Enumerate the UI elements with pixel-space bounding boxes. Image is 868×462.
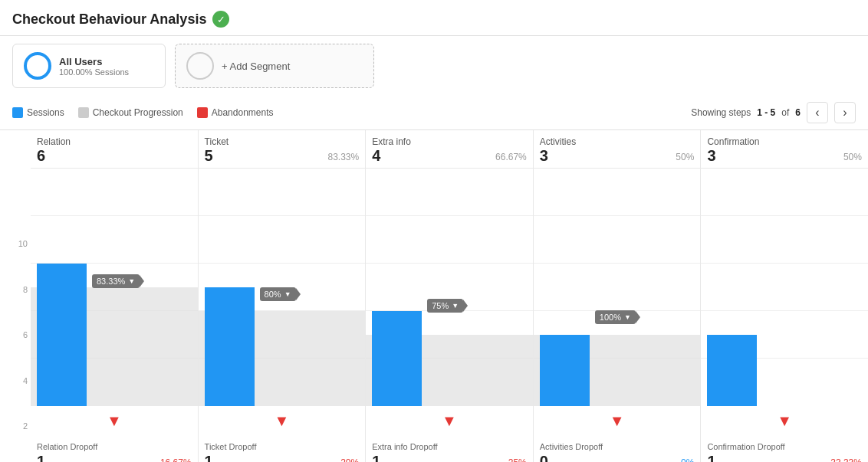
segment-sub: 100.00% Sessions [59,67,129,77]
verified-icon: ✓ [212,11,229,28]
sessions-color-box [12,107,23,118]
col-relation-chart: 83.33% ▼ [31,169,198,406]
prev-page-button[interactable]: ‹ [807,102,828,123]
legend-checkout-progression: Checkout Progression [78,107,183,118]
legend-abandonments-label: Abandonments [212,107,274,118]
dropoff-label-confirmation: Confirmation Dropoff [707,442,862,451]
col-confirmation-header: Confirmation 3 50% [701,130,868,169]
grid-line-c4 [701,310,868,311]
grid-line-c8 [701,215,868,216]
dropoff-arrow-confirmation: ▼ [701,406,868,436]
arrow-label-extra[interactable]: 75% ▼ [427,299,463,313]
col-activities-name: Activities [540,136,695,147]
checkout-progression-color-box [78,107,89,118]
showing-total: 6 [795,107,801,118]
dropoff-arrow-extra: ▼ [366,406,533,436]
col-ticket-pct: 83.33% [327,152,359,162]
next-page-button[interactable]: › [834,102,856,123]
segment-info: All Users 100.00% Sessions [59,56,129,77]
grid-line-8 [31,215,198,216]
chart-area: 0 2 4 6 8 10 Relation 6 [0,130,868,462]
col-ticket-name: Ticket [205,136,360,147]
showing-of: of [781,107,789,118]
arrow-label-ticket[interactable]: 80% ▼ [260,287,296,301]
dropoff-value-relation: 1 [37,453,45,462]
showing-range: 1 - 5 [757,107,775,118]
dropoff-label-extra: Extra info Dropoff [372,442,527,451]
dropoff-label-activities: Activities Dropoff [540,442,695,451]
legend-abandonments: Abandonments [197,107,274,118]
dropoff-pct-activities: 0% [681,457,694,462]
dropoff-pct-relation: 16.67% [160,457,192,462]
all-users-segment[interactable]: All Users 100.00% Sessions [12,44,166,88]
showing-steps: Showing steps 1 - 5 of 6 ‹ › [691,102,856,123]
col-relation-header: Relation 6 [31,130,198,169]
col-confirmation: Confirmation 3 50% ▼ [701,130,868,462]
col-extra-info-name: Extra info [372,136,527,147]
dropoff-col-extra: Extra info Dropoff 1 25% [366,436,533,462]
legend-checkout-progression-label: Checkout Progression [93,107,183,118]
add-segment-button[interactable]: + Add Segment [175,44,374,88]
arrow-label-relation[interactable]: 83.33% ▼ [92,274,140,288]
dropoff-value-activities: 0 [540,453,548,462]
y-labels: 0 2 4 6 8 10 [6,239,28,462]
arrow-pct-relation: 83.33% [97,277,125,286]
col-activities: Activities 3 50% [534,130,702,462]
dropoff-value-confirmation: 1 [707,453,715,462]
dropoff-col-activities: Activities Dropoff 0 0% [534,436,701,462]
arrow-dropdown-relation: ▼ [128,277,135,285]
y-label-6: 6 [6,330,28,339]
bar-blue-ticket [205,287,255,406]
dropoff-value-ticket: 1 [205,453,213,462]
grid-line-t6 [199,263,366,264]
showing-label: Showing steps [691,107,751,118]
add-segment-circle-icon [186,52,214,80]
dropoff-label-relation: Relation Dropoff [37,442,192,451]
col-confirmation-pct: 50% [843,152,862,162]
bar-blue-relation [37,264,87,406]
dropoff-arrow-activities: ▼ [534,406,701,436]
col-relation: Relation 6 [31,130,199,462]
dropoff-pct-ticket: 20% [340,457,359,462]
col-extra-info-chart: 75% ▼ [366,169,533,406]
segment-name: All Users [59,56,129,67]
grid-line-c6 [701,263,868,264]
grid-line-a8 [534,215,701,216]
grid-line-e6 [366,263,533,264]
y-label-4: 4 [6,376,28,385]
col-extra-info: Extra info 4 66.67% [366,130,534,462]
grid-line-t8 [199,215,366,216]
grid-line-e8 [366,215,533,216]
dropoff-arrow-relation: ▼ [31,406,198,436]
arrow-pct-activities: 100% [600,313,621,322]
col-relation-value: 6 [37,147,45,164]
segments-row: All Users 100.00% Sessions + Add Segment [0,36,868,96]
arrow-pct-ticket: 80% [265,290,281,299]
dropoff-col-confirmation: Confirmation Dropoff 1 33.33% [701,436,868,462]
segment-circle-icon [24,52,51,80]
y-label-2: 2 [6,421,28,431]
y-label-8: 8 [6,285,28,294]
y-axis: 0 2 4 6 8 10 [0,130,31,462]
col-ticket-value: 5 [205,147,213,164]
arrow-dropdown-extra: ▼ [452,302,459,310]
dropoff-col-ticket: Ticket Dropoff 1 20% [199,436,366,462]
col-ticket-chart: 80% ▼ [199,169,366,406]
col-activities-chart: 100% ▼ [534,169,701,406]
y-label-10: 10 [6,239,28,248]
col-confirmation-value: 3 [707,147,715,164]
abandonments-color-box [197,107,208,118]
arrow-pct-extra: 75% [432,301,449,310]
dropoff-value-extra: 1 [372,453,380,462]
col-activities-header: Activities 3 50% [534,130,701,169]
col-extra-info-header: Extra info 4 66.67% [366,130,533,169]
bar-blue-activities [540,335,590,406]
legend-sessions-label: Sessions [27,107,64,118]
col-relation-name: Relation [37,136,192,147]
col-activities-value: 3 [540,147,548,164]
dropoff-arrow-ticket: ▼ [199,406,366,436]
col-ticket: Ticket 5 83.33% 8 [199,130,367,462]
arrow-label-activities[interactable]: 100% ▼ [595,310,636,324]
arrow-dropdown-ticket: ▼ [284,290,291,298]
bar-blue-confirmation [707,335,757,406]
